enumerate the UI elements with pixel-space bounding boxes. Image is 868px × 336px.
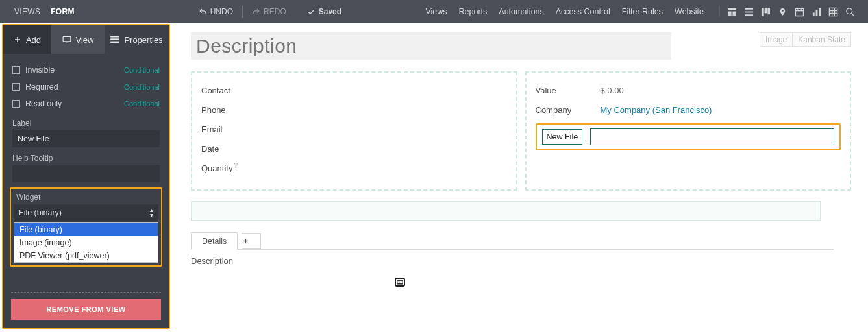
nav-views[interactable]: Views xyxy=(425,7,447,16)
graph-view-icon[interactable] xyxy=(811,6,821,17)
help-tooltip-input[interactable] xyxy=(12,165,160,182)
readonly-label: Read only xyxy=(25,99,62,108)
required-checkbox[interactable]: Required xyxy=(12,82,58,91)
form-view-icon[interactable] xyxy=(726,6,737,17)
svg-point-21 xyxy=(846,8,852,14)
mode-form[interactable]: FORM xyxy=(45,7,80,16)
invisible-conditional-link[interactable]: Conditional xyxy=(124,66,160,74)
svg-rect-0 xyxy=(727,8,736,10)
field-contact[interactable]: Contact xyxy=(201,80,507,100)
field-email[interactable]: Email xyxy=(201,119,507,139)
calendar-view-icon[interactable] xyxy=(794,6,804,17)
redo-icon xyxy=(252,8,260,16)
widget-option-pdf[interactable]: PDF Viewer (pdf_viewer) xyxy=(14,249,158,262)
field-date[interactable]: Date xyxy=(201,139,507,158)
widget-option-file[interactable]: File (binary) xyxy=(14,223,158,236)
panel-tab-add[interactable]: Add xyxy=(3,25,51,54)
divider xyxy=(11,292,161,293)
quantity-label: Quantity? xyxy=(201,162,266,173)
corner-pills: Image Kanban State xyxy=(760,32,851,47)
readonly-checkbox[interactable]: Read only xyxy=(12,99,62,108)
form-canvas: Image Kanban State Contact Phone Email D… xyxy=(174,23,868,336)
field-value[interactable]: Value $ 0.00 xyxy=(536,80,841,100)
label-input[interactable] xyxy=(12,130,160,147)
undo-button[interactable]: UNDO xyxy=(193,5,238,19)
svg-rect-8 xyxy=(767,7,770,14)
panel-tab-properties[interactable]: Properties xyxy=(105,25,169,54)
expand-record-icon[interactable] xyxy=(395,278,405,287)
widget-section: Widget File (binary) ▴▾ File (binary) Im… xyxy=(10,187,162,267)
pill-kanban-state[interactable]: Kanban State xyxy=(793,32,851,47)
new-file-input[interactable] xyxy=(590,128,834,145)
date-label: Date xyxy=(201,144,266,154)
kanban-view-icon[interactable] xyxy=(760,6,771,17)
email-label: Email xyxy=(201,125,266,134)
field-phone[interactable]: Phone xyxy=(201,100,507,119)
widget-dropdown: File (binary) Image (image) PDF Viewer (… xyxy=(14,222,158,263)
svg-rect-6 xyxy=(761,7,763,16)
panel-tab-view[interactable]: View xyxy=(51,25,105,54)
pill-image[interactable]: Image xyxy=(760,32,793,47)
svg-rect-15 xyxy=(819,8,821,15)
value-label: Value xyxy=(536,86,601,95)
nav-access-control[interactable]: Access Control xyxy=(556,7,610,16)
svg-rect-4 xyxy=(744,11,752,12)
svg-rect-27 xyxy=(111,36,120,38)
svg-rect-2 xyxy=(732,11,736,16)
svg-rect-13 xyxy=(812,12,814,16)
field-quantity[interactable]: Quantity? xyxy=(201,158,507,178)
invisible-checkbox[interactable]: Invisible xyxy=(12,66,55,75)
redo-button[interactable]: REDO xyxy=(247,5,291,19)
search-icon[interactable] xyxy=(845,6,855,17)
title-input[interactable] xyxy=(191,32,671,60)
pivot-view-icon[interactable] xyxy=(828,6,838,17)
company-value[interactable]: My Company (San Francisco) xyxy=(601,105,712,115)
top-nav: Views Reports Automations Access Control… xyxy=(425,6,868,17)
title-row: Image Kanban State xyxy=(191,32,851,60)
list-view-icon[interactable] xyxy=(743,6,754,17)
svg-rect-5 xyxy=(744,14,752,16)
separator xyxy=(242,6,243,18)
plus-icon xyxy=(14,36,21,43)
widget-option-image[interactable]: Image (image) xyxy=(14,236,158,249)
tab-add-button[interactable] xyxy=(242,233,261,249)
mode-views[interactable]: VIEWS xyxy=(9,7,45,16)
company-label: Company xyxy=(536,105,601,115)
phone-label: Phone xyxy=(201,105,266,115)
svg-rect-29 xyxy=(111,42,120,43)
saved-label: Saved xyxy=(319,7,341,16)
svg-rect-32 xyxy=(397,280,403,284)
widget-select[interactable]: File (binary) ▴▾ xyxy=(14,204,158,221)
svg-rect-14 xyxy=(815,10,817,15)
svg-rect-7 xyxy=(764,7,767,12)
properties-icon xyxy=(110,36,119,43)
nav-filter-rules[interactable]: Filter Rules xyxy=(622,7,663,16)
widget-select-value: File (binary) xyxy=(19,208,62,217)
svg-rect-16 xyxy=(829,8,837,16)
prop-readonly-row: Read only Conditional xyxy=(12,95,160,112)
remove-from-view-button[interactable]: REMOVE FROM VIEW xyxy=(11,299,161,320)
top-bar: VIEWS FORM UNDO REDO Saved Views Reports… xyxy=(0,0,868,23)
readonly-conditional-link[interactable]: Conditional xyxy=(124,100,160,108)
panel-footer: REMOVE FROM VIEW xyxy=(3,285,169,328)
field-company[interactable]: Company My Company (San Francisco) xyxy=(536,100,841,119)
form-grid: Contact Phone Email Date Quantity? Value… xyxy=(191,71,851,191)
plus-icon xyxy=(242,237,260,245)
undo-label: UNDO xyxy=(210,7,233,16)
svg-rect-28 xyxy=(111,38,120,40)
required-conditional-link[interactable]: Conditional xyxy=(124,83,160,91)
panel-tab-properties-label: Properties xyxy=(124,35,162,45)
description-label: Description xyxy=(191,256,851,266)
svg-line-22 xyxy=(851,13,854,16)
map-view-icon[interactable] xyxy=(777,6,787,17)
notes-input[interactable] xyxy=(191,201,821,221)
nav-automations[interactable]: Automations xyxy=(499,7,543,16)
tab-details[interactable]: Details xyxy=(191,232,238,250)
properties-panel: Add View Properties Invisible Conditiona… xyxy=(2,24,170,329)
value-value: $ 0.00 xyxy=(601,86,624,95)
history-controls: UNDO REDO Saved xyxy=(193,5,347,19)
select-caret-icon: ▴▾ xyxy=(150,208,153,218)
saved-indicator: Saved xyxy=(302,5,347,19)
nav-website[interactable]: Website xyxy=(675,7,704,16)
nav-reports[interactable]: Reports xyxy=(459,7,488,16)
